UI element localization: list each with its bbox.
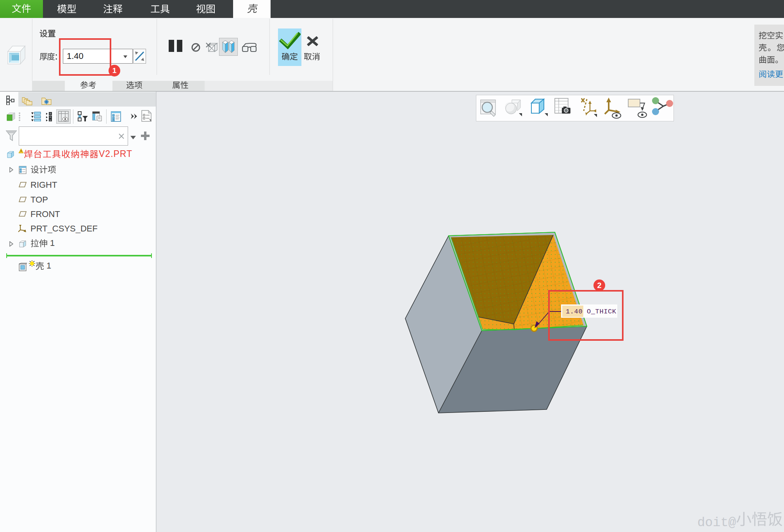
svg-text:2: 2 bbox=[597, 281, 601, 290]
svg-text:1.40 O_THICK: 1.40 O_THICK bbox=[566, 308, 617, 315]
